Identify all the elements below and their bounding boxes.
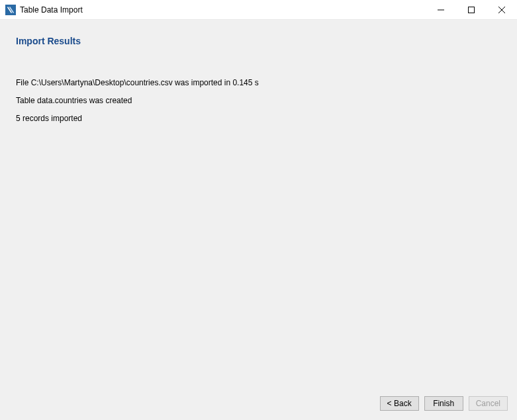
- close-button[interactable]: [487, 0, 517, 19]
- page-title: Import Results: [16, 36, 501, 46]
- minimize-button[interactable]: [426, 0, 456, 19]
- titlebar: Table Data Import: [0, 0, 517, 20]
- window-controls: [426, 0, 517, 19]
- content-area: Import Results File C:\Users\Martyna\Des…: [0, 20, 517, 390]
- cancel-button: Cancel: [469, 396, 508, 411]
- svg-rect-1: [469, 7, 475, 13]
- maximize-button[interactable]: [456, 0, 487, 19]
- records-imported-status: 5 records imported: [16, 114, 501, 123]
- table-created-status: Table data.countries was created: [16, 96, 501, 105]
- window-title: Table Data Import: [20, 5, 83, 15]
- back-button[interactable]: < Back: [380, 396, 419, 411]
- wizard-footer: < Back Finish Cancel: [0, 390, 517, 420]
- import-file-status: File C:\Users\Martyna\Desktop\countries.…: [16, 78, 501, 87]
- finish-button[interactable]: Finish: [424, 396, 463, 411]
- app-icon: [5, 5, 16, 15]
